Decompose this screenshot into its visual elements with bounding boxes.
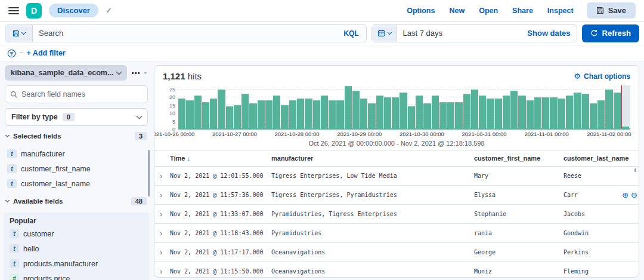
histogram-bar[interactable] xyxy=(360,99,367,128)
histogram-bar[interactable] xyxy=(242,94,249,128)
histogram-bar[interactable] xyxy=(471,90,478,128)
histogram-bar[interactable] xyxy=(289,100,296,128)
nav-link-new[interactable]: New xyxy=(449,7,465,15)
add-filter-button[interactable]: + Add filter xyxy=(27,49,66,57)
expand-row-icon[interactable]: › xyxy=(154,192,170,198)
histogram-bar[interactable] xyxy=(258,100,265,128)
table-row[interactable]: ›Nov 2, 2021 @ 12:01:55.000Tigress Enter… xyxy=(154,167,639,186)
table-row[interactable]: ›Nov 2, 2021 @ 11:18:43.000Pyramidustrie… xyxy=(154,224,639,243)
show-dates-button[interactable]: Show dates xyxy=(521,29,576,38)
histogram-bar[interactable] xyxy=(479,96,486,128)
table-scrollbar[interactable] xyxy=(634,168,636,172)
table-row[interactable]: ›Nov 2, 2021 @ 11:15:50.000Oceanavigatio… xyxy=(154,262,639,278)
nav-link-options[interactable]: Options xyxy=(407,7,435,15)
expand-row-icon[interactable]: › xyxy=(154,250,170,256)
histogram-bar[interactable] xyxy=(597,100,605,128)
expand-row-icon[interactable]: › xyxy=(154,173,170,179)
histogram-bar[interactable] xyxy=(345,86,352,128)
column-header-customer_first_name[interactable]: customer_first_name xyxy=(474,150,564,166)
histogram-bar[interactable] xyxy=(178,99,185,128)
nav-link-share[interactable]: Share xyxy=(512,7,533,15)
bars-container[interactable] xyxy=(178,85,621,128)
histogram-bar[interactable] xyxy=(574,93,581,128)
column-header-customer_last_name[interactable]: customer_last_name xyxy=(564,150,639,166)
histogram-bar[interactable] xyxy=(368,103,375,128)
field-item-customer[interactable]: tcustomer xyxy=(7,226,145,241)
index-pattern-selector[interactable]: kibana_sample_data_ecom... xyxy=(5,65,127,81)
histogram-bar[interactable] xyxy=(336,100,343,128)
field-item-manufacturer[interactable]: tmanufacturer xyxy=(5,146,148,161)
field-item-products.manufacturer[interactable]: tproducts.manufacturer xyxy=(7,256,145,271)
field-item-customer_first_name[interactable]: tcustomer_first_name xyxy=(5,161,148,176)
histogram-bar[interactable] xyxy=(297,99,304,128)
histogram-bar[interactable] xyxy=(352,91,360,128)
field-item-hello[interactable]: thello xyxy=(7,241,145,256)
histogram-bar[interactable] xyxy=(518,96,525,128)
collapse-sidebar-icon[interactable] xyxy=(144,69,148,77)
filter-by-type-select[interactable]: Filter by type 0 xyxy=(5,108,148,126)
histogram-bar[interactable] xyxy=(305,99,312,128)
histogram-bar[interactable] xyxy=(273,96,280,128)
saved-query-menu-button[interactable] xyxy=(5,25,33,42)
chart-options-button[interactable]: ⚙ Chart options xyxy=(574,72,630,81)
histogram-bar[interactable] xyxy=(313,100,320,128)
table-row[interactable]: ›Nov 2, 2021 @ 11:57:36.000Tigress Enter… xyxy=(154,186,639,205)
histogram-bar[interactable] xyxy=(210,99,217,128)
histogram-bar[interactable] xyxy=(194,96,202,128)
histogram-bar[interactable] xyxy=(234,105,241,128)
histogram-bar[interactable] xyxy=(376,96,383,128)
histogram-bar[interactable] xyxy=(605,90,612,128)
histogram-bar[interactable] xyxy=(423,103,431,128)
histogram-bar[interactable] xyxy=(416,96,423,128)
filter-menu-icon[interactable] xyxy=(7,49,16,58)
histogram-bar[interactable] xyxy=(487,99,494,128)
filter-out-value-icon[interactable]: ⊖ xyxy=(630,192,639,198)
table-row[interactable]: ›Nov 2, 2021 @ 11:33:07.000Pyramidustrie… xyxy=(154,205,639,224)
histogram-bar[interactable] xyxy=(534,97,541,128)
nav-link-inspect[interactable]: Inspect xyxy=(547,7,574,15)
histogram-bar[interactable] xyxy=(218,90,225,128)
histogram-bar[interactable] xyxy=(542,97,549,128)
sort-descending-icon[interactable]: ↓ xyxy=(187,155,190,162)
expand-row-icon[interactable]: › xyxy=(154,230,170,236)
field-search-input[interactable] xyxy=(21,90,143,99)
column-header-manufacturer[interactable]: manufacturer xyxy=(271,150,474,166)
histogram-bar[interactable] xyxy=(400,93,407,128)
histogram-bar[interactable] xyxy=(447,102,454,129)
expand-row-icon[interactable]: › xyxy=(154,269,170,275)
breadcrumb[interactable]: Discover xyxy=(49,4,98,17)
histogram-bar[interactable] xyxy=(186,100,193,128)
histogram-bar[interactable] xyxy=(510,91,518,128)
histogram-bar[interactable] xyxy=(439,102,447,129)
refresh-button[interactable]: Refresh xyxy=(582,24,639,42)
sidebar-scrollbar[interactable] xyxy=(148,150,150,196)
histogram-bar[interactable] xyxy=(226,106,233,128)
histogram-bar[interactable] xyxy=(550,97,557,128)
field-item-products.price[interactable]: #products.price xyxy=(7,271,145,280)
index-pattern-options-icon[interactable] xyxy=(132,72,140,74)
query-language-button[interactable]: KQL xyxy=(336,29,366,38)
column-header-time[interactable]: Time↓ xyxy=(170,150,271,166)
histogram-bar[interactable] xyxy=(281,105,288,128)
histogram-bar[interactable] xyxy=(392,97,399,128)
histogram-bar[interactable] xyxy=(590,103,597,128)
selected-fields-header[interactable]: Selected fields 3 xyxy=(5,131,148,141)
histogram-bar[interactable] xyxy=(202,102,209,129)
histogram-bar[interactable] xyxy=(495,99,502,128)
table-row[interactable]: ›Nov 2, 2021 @ 11:17:17.000Oceanavigatio… xyxy=(154,243,639,262)
available-fields-header[interactable]: Available fields 48 xyxy=(5,196,148,207)
histogram-bar[interactable] xyxy=(503,96,510,128)
histogram-bar[interactable] xyxy=(432,96,439,128)
filter-for-value-icon[interactable]: ⊕ xyxy=(621,192,630,198)
histogram-bar[interactable] xyxy=(329,100,336,128)
nav-link-open[interactable]: Open xyxy=(479,7,498,15)
histogram-bar[interactable] xyxy=(384,97,391,128)
search-input[interactable] xyxy=(33,29,336,38)
histogram-bar[interactable] xyxy=(614,93,621,128)
histogram-bar[interactable] xyxy=(527,100,534,128)
histogram-bar[interactable] xyxy=(558,99,565,128)
histogram-bar[interactable] xyxy=(408,106,415,128)
time-range-value[interactable]: Last 7 days xyxy=(397,29,522,38)
histogram-bar[interactable] xyxy=(455,102,462,129)
histogram-bar[interactable] xyxy=(566,96,573,128)
